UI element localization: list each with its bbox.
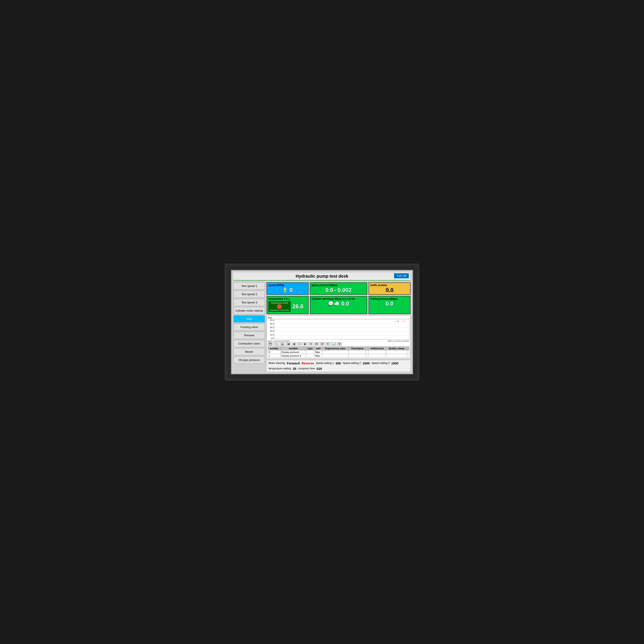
left-btn-7[interactable]: Contraction valve	[233, 340, 265, 347]
temperature-gauge: temperature (°C ) Temperature control 🔴 …	[267, 296, 309, 314]
row1-num: 1	[268, 354, 281, 357]
row1-eng	[322, 354, 349, 357]
col-empty1	[366, 346, 368, 350]
chart-btn-box[interactable]: □	[297, 342, 302, 346]
chart-btn-pause[interactable]: ⏸	[308, 342, 313, 346]
row0-timestamp	[349, 350, 366, 354]
monitor-frame: Hydraulic pump test desk Turn off Test s…	[225, 264, 419, 381]
pump-pressure-values: 0.0 - 0.002	[312, 287, 365, 293]
pump-pressure-title: pump pressure(Mpa)	[312, 284, 365, 287]
temp-icon-area: Temperature control 🔴 Temperature contro…	[268, 301, 291, 312]
chart-btn-export[interactable]: 📊	[331, 342, 336, 346]
speed1-value: 500	[336, 361, 341, 365]
chart-y-label: Mpa	[268, 316, 409, 319]
chart-btn-copy[interactable]: 📋	[274, 342, 279, 346]
timestamp-right: 2022-11-04 15:23:42:622	[388, 340, 409, 342]
page-title: Hydraulic pump test desk	[296, 274, 348, 279]
col-unit: unit	[314, 346, 322, 350]
col-quality-stamp: Quality stamp	[386, 346, 407, 350]
pump-pressure-value1: 0.0	[325, 287, 333, 293]
cylinder-pressure-content: 💬☁️ 0.0	[312, 300, 365, 307]
row0-e2	[407, 350, 409, 354]
left-btn-5[interactable]: Pushing valve	[233, 324, 265, 331]
row0-num: 0	[268, 350, 281, 354]
forward-label: Forward	[287, 361, 300, 365]
cylinder-pressure-value: 0.0	[341, 300, 349, 307]
y-30: 30.0	[268, 326, 274, 328]
traffic-value: 0.0	[370, 287, 409, 293]
left-btn-3[interactable]: Cylinder motor startup	[233, 307, 265, 314]
left-btn-9[interactable]: Oil pipe pressure	[233, 356, 265, 364]
temperature-box: Temperature control 🔴 Temperature contro…	[268, 300, 307, 313]
y-20: 20.0	[268, 330, 274, 332]
left-btn-8[interactable]: Bloom	[233, 348, 265, 355]
speed3-label: Speed setting 3	[372, 362, 390, 365]
chart-btn-num2[interactable]: 19	[320, 342, 324, 346]
pump-pressure-gauge: pump pressure(Mpa) 0.0 - 0.002	[310, 282, 367, 295]
speed-gauge-title: speed (RPM)	[268, 284, 307, 287]
motor-steering-label: Motor steering	[269, 362, 285, 365]
bottom-bar: Motor steering Forward Reverse Speed set…	[267, 360, 411, 372]
temperature-value: 26.8	[292, 303, 303, 310]
chart-btn-settings[interactable]: ⚙	[337, 342, 342, 346]
row0-e1	[366, 350, 368, 354]
row1-unit: Mpa	[314, 354, 322, 357]
compress-time-label: compress time	[298, 367, 315, 370]
table-row: 0 Display pressure Mpa	[268, 350, 409, 354]
turn-off-button[interactable]: Turn off	[394, 273, 409, 278]
y-50: 50.0	[268, 319, 274, 321]
chart-btn-prev[interactable]: ◀	[291, 342, 296, 346]
left-btn-2[interactable]: Test speed 3	[233, 299, 265, 306]
temp-sublabel: Temperature control	[269, 302, 290, 304]
main-layout: Test speed 1Test speed 2Test speed 3Cyli…	[233, 282, 411, 372]
speed-value: 0	[290, 287, 293, 293]
chart-controls: 💾 📋 🖨️ |◀ ◀ □ ▶ ⏸ 19 19 ✕ 📊 ⚙	[268, 342, 409, 346]
y-0: 0.0	[268, 337, 274, 340]
speed-gauge: speed (RPM) 🔋 0	[267, 282, 309, 295]
chart-legend: — 0 — 1	[395, 320, 405, 322]
chart-btn-print[interactable]: 🖨️	[280, 342, 285, 346]
chart-area: Mpa 50.0 40.0 30.0 20.0 10.0 0.0	[267, 315, 411, 359]
row0-unit: Mpa	[314, 350, 322, 354]
left-btn-4[interactable]: Stop	[233, 315, 265, 322]
temp-setting-label: temperature setting	[269, 367, 291, 370]
cylinder-pressure-gauge: Cylinder pressure (Mpa) A1 A2 B1 B2 💬☁️ …	[310, 296, 367, 314]
row0-type	[306, 350, 314, 354]
grid-line-1	[274, 323, 409, 323]
row1-ms	[368, 354, 386, 357]
col-empty2	[407, 346, 409, 350]
row1-qs	[386, 354, 407, 357]
left-btn-6[interactable]: Pressed	[233, 332, 265, 339]
row1-e1	[366, 354, 368, 357]
row1-type	[306, 354, 314, 357]
timestamp-left: 2022-11-04 15:22:42:622	[268, 340, 290, 342]
left-btn-1[interactable]: Test speed 2	[233, 291, 265, 298]
temp-indicator: 🔴	[269, 304, 290, 309]
left-btn-0[interactable]: Test speed 1	[233, 282, 265, 290]
chart-btn-save[interactable]: 💾	[268, 342, 273, 346]
tubing-pressure-title: Tubing pressure(Mpa)	[370, 297, 409, 300]
legend-0: — 0	[395, 320, 399, 322]
y-10: 10.0	[268, 334, 274, 336]
col-eng-value: Engineering value	[322, 346, 349, 350]
chart-btn-prev-start[interactable]: |◀	[286, 342, 291, 346]
pump-pressure-value2: - 0.002	[334, 287, 352, 293]
speed2-label: Speed setting 2	[343, 362, 361, 365]
right-content: speed (RPM) 🔋 0 pump pressure(Mpa)	[267, 282, 411, 372]
compress-time-value: 020	[317, 367, 322, 370]
row0-variable: Display pressure	[280, 350, 306, 354]
col-number: number	[268, 346, 281, 350]
chart-timestamps: 2022-11-04 15:22:42:622 2022-11-04 15:23…	[268, 340, 409, 342]
grid-line-3	[274, 331, 409, 331]
chart-btn-play[interactable]: ▶	[303, 342, 308, 346]
table-row: 1 Display pressure 2 Mpa	[268, 354, 409, 357]
chart-btn-num1[interactable]: 19	[314, 342, 319, 346]
y-40: 40.0	[268, 323, 274, 325]
row0-eng	[322, 350, 349, 354]
left-panel: Test speed 1Test speed 2Test speed 3Cyli…	[233, 282, 265, 372]
gauges-row-2: temperature (°C ) Temperature control 🔴 …	[267, 296, 411, 314]
table-body: 0 Display pressure Mpa	[268, 350, 409, 357]
chart-btn-x[interactable]: ✕	[325, 342, 330, 346]
cylinder-pressure-title: Cylinder pressure (Mpa) A1 A2 B1 B2	[312, 297, 365, 300]
gauges-row-1: speed (RPM) 🔋 0 pump pressure(Mpa)	[267, 282, 411, 295]
